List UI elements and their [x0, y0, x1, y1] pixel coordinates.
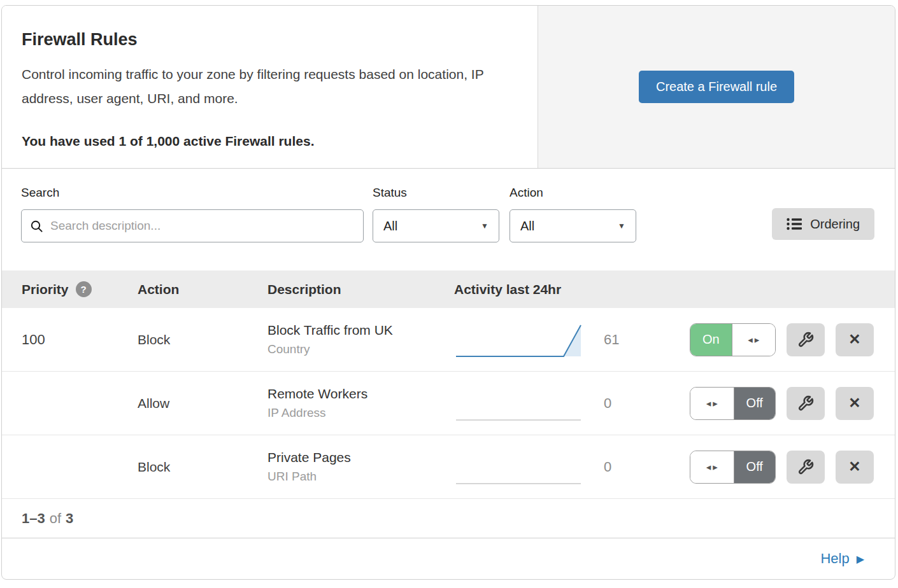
rule-priority: 100: [22, 332, 138, 348]
rule-description: Private Pages: [267, 450, 454, 465]
firewall-rules-card: Firewall Rules Control incoming traffic …: [1, 5, 895, 580]
status-select[interactable]: All ▼: [373, 209, 499, 242]
caret-down-icon: ▼: [481, 221, 488, 230]
rule-action: Allow: [138, 396, 267, 411]
activity-sparkline: [454, 447, 585, 487]
header-section: Firewall Rules Control incoming traffic …: [2, 6, 895, 169]
pagination-bar: 1–3 of 3: [2, 499, 895, 538]
rule-description: Block Traffic from UK: [267, 323, 454, 338]
ordering-button-label: Ordering: [810, 217, 860, 232]
toggle-state-label: On: [690, 324, 732, 356]
search-label: Search: [21, 186, 364, 200]
close-icon: ✕: [848, 459, 860, 474]
search-input[interactable]: [49, 218, 355, 234]
activity-count: 0: [585, 459, 639, 475]
delete-rule-button[interactable]: ✕: [836, 323, 874, 356]
help-link-label: Help: [820, 550, 849, 567]
usage-note: You have used 1 of 1,000 active Firewall…: [22, 134, 508, 149]
priority-help-icon[interactable]: ?: [76, 281, 92, 297]
table-row: 100 Block Block Traffic from UK Country …: [2, 308, 895, 372]
table-header: Priority ? Action Description Activity l…: [2, 270, 895, 308]
column-header-description: Description: [267, 282, 454, 297]
activity-count: 0: [585, 395, 639, 412]
column-header-action: Action: [138, 282, 267, 297]
column-header-activity: Activity last 24hr: [454, 282, 561, 297]
toggle-drag-handle-icon: ◂▸: [732, 324, 776, 356]
rule-action: Block: [138, 459, 267, 475]
wrench-icon: [797, 332, 814, 348]
action-selected-value: All: [520, 219, 534, 234]
caret-down-icon: ▼: [618, 221, 625, 230]
filter-bar: Search Status All ▼ Action All ▼: [2, 169, 895, 270]
table-row: Block Private Pages URI Path 0 ◂▸ Off ✕: [2, 435, 895, 499]
status-label: Status: [373, 186, 499, 200]
toggle-drag-handle-icon: ◂▸: [690, 451, 734, 483]
wrench-icon: [797, 459, 814, 475]
rule-enabled-toggle[interactable]: On ◂▸: [690, 323, 776, 356]
delete-rule-button[interactable]: ✕: [836, 387, 874, 420]
activity-sparkline: [454, 384, 585, 423]
action-label: Action: [510, 186, 636, 200]
action-filter-group: Action All ▼: [510, 186, 636, 270]
header-action-panel: Create a Firewall rule: [538, 6, 895, 168]
status-selected-value: All: [383, 219, 397, 234]
search-icon: [30, 220, 43, 233]
ordering-list-icon: [787, 218, 802, 230]
rule-match-type: Country: [267, 342, 454, 356]
edit-rule-button[interactable]: [787, 451, 825, 484]
help-arrow-icon: ▶: [857, 553, 864, 565]
create-firewall-rule-button[interactable]: Create a Firewall rule: [639, 71, 794, 103]
search-box[interactable]: [21, 209, 364, 242]
rule-enabled-toggle[interactable]: ◂▸ Off: [690, 451, 776, 484]
close-icon: ✕: [848, 396, 860, 410]
page-title: Firewall Rules: [22, 30, 508, 50]
delete-rule-button[interactable]: ✕: [836, 451, 874, 484]
activity-sparkline: [454, 320, 585, 360]
priority-header-label: Priority: [22, 282, 69, 297]
pagination-total: 3: [66, 510, 73, 527]
rule-match-type: IP Address: [267, 406, 454, 420]
pagination-of-text: of: [50, 510, 61, 527]
rule-enabled-toggle[interactable]: ◂▸ Off: [690, 387, 776, 420]
rule-description: Remote Workers: [267, 386, 454, 402]
help-link[interactable]: Help ▶: [820, 550, 864, 567]
search-group: Search: [21, 186, 364, 270]
pagination-range: 1–3: [22, 510, 45, 527]
edit-rule-button[interactable]: [787, 387, 825, 420]
table-row: Allow Remote Workers IP Address 0 ◂▸ Off…: [2, 372, 895, 435]
toggle-state-label: Off: [734, 451, 776, 483]
rule-match-type: URI Path: [267, 470, 454, 484]
column-header-priority: Priority ?: [22, 281, 138, 297]
action-select[interactable]: All ▼: [510, 209, 636, 242]
ordering-button[interactable]: Ordering: [772, 208, 874, 240]
page-description: Control incoming traffic to your zone by…: [22, 62, 508, 111]
wrench-icon: [797, 395, 814, 412]
rule-action: Block: [138, 332, 267, 347]
close-icon: ✕: [848, 332, 860, 347]
header-text-panel: Firewall Rules Control incoming traffic …: [2, 6, 538, 168]
status-filter-group: Status All ▼: [373, 186, 499, 270]
toggle-drag-handle-icon: ◂▸: [690, 388, 734, 419]
edit-rule-button[interactable]: [787, 323, 825, 356]
toggle-state-label: Off: [734, 388, 776, 419]
activity-count: 61: [585, 332, 639, 348]
help-bar: Help ▶: [2, 538, 895, 579]
